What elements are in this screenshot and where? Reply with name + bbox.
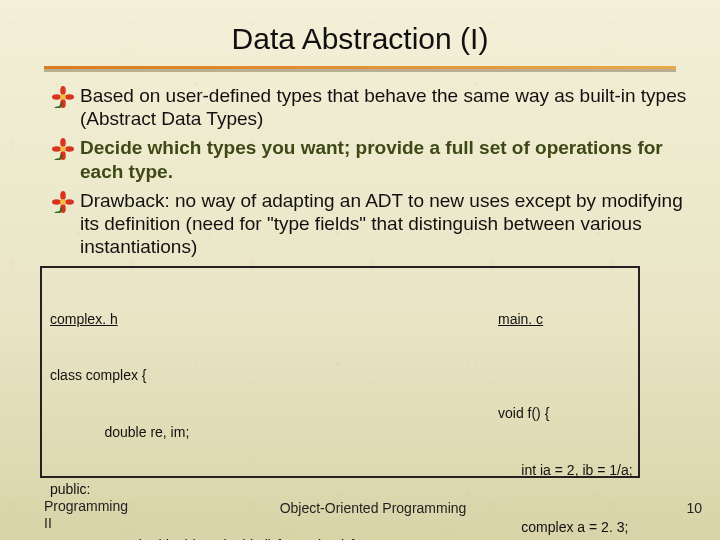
svg-point-5 — [54, 106, 60, 108]
code-box: complex. h class complex { double re, im… — [40, 266, 640, 478]
code-line: class complex { — [50, 366, 431, 385]
svg-point-2 — [52, 94, 61, 100]
svg-point-16 — [60, 199, 66, 205]
bullet-text: Decide which types you want; provide a f… — [80, 136, 690, 182]
svg-point-6 — [60, 138, 66, 147]
flower-bullet-icon — [52, 138, 74, 160]
code-line: int ia = 2, ib = 1/a; — [498, 461, 720, 480]
page-number: 10 — [686, 500, 702, 516]
bullet-text: Drawback: no way of adapting an ADT to n… — [80, 189, 690, 259]
slide: Data Abstraction (I) Based on user-defin… — [0, 0, 720, 540]
svg-point-0 — [60, 86, 66, 95]
footer-center: Object-Oriented Programming — [44, 500, 702, 516]
page-title: Data Abstraction (I) — [0, 22, 720, 56]
code-line: void f() { — [498, 404, 720, 423]
code-line: complex a = 2. 3; — [498, 518, 720, 537]
code-line: public: — [50, 480, 431, 499]
code-line: double re, im; — [50, 423, 431, 442]
svg-point-4 — [60, 94, 66, 100]
svg-point-8 — [52, 147, 61, 153]
svg-point-10 — [60, 147, 66, 153]
list-item: Decide which types you want; provide a f… — [52, 136, 690, 182]
svg-point-14 — [52, 199, 61, 205]
svg-point-9 — [65, 147, 74, 153]
list-item: Drawback: no way of adapting an ADT to n… — [52, 189, 690, 259]
bullet-text: Based on user-defined types that behave … — [80, 84, 690, 130]
flower-bullet-icon — [52, 86, 74, 108]
svg-point-11 — [54, 158, 60, 160]
bullet-list: Based on user-defined types that behave … — [52, 84, 690, 264]
svg-point-17 — [54, 210, 60, 212]
svg-point-12 — [60, 191, 66, 200]
svg-point-3 — [65, 94, 74, 100]
flower-bullet-icon — [52, 191, 74, 213]
list-item: Based on user-defined types that behave … — [52, 84, 690, 130]
title-underline — [44, 66, 676, 72]
code-heading-left: complex. h — [50, 310, 431, 329]
svg-point-15 — [65, 199, 74, 205]
code-heading-right: main. c — [498, 310, 720, 329]
code-line: complex(double r, double i) { re=r; im=i… — [50, 536, 431, 540]
